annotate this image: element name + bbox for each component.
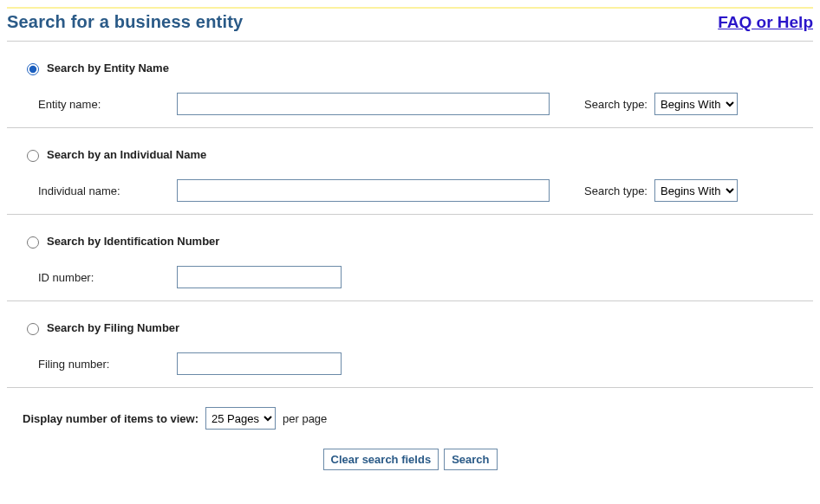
entity-name-label: Entity name: (38, 98, 177, 111)
divider-2 (7, 214, 813, 215)
radio-filing-number-text: Search by Filing Number (47, 321, 179, 334)
page: Search for a business entity FAQ or Help… (0, 0, 820, 482)
radio-id-number-label[interactable]: Search by Identification Number (23, 234, 813, 249)
filing-number-input[interactable] (177, 352, 342, 375)
individual-search-type-label: Search type: (584, 184, 648, 197)
individual-name-input[interactable] (177, 179, 550, 202)
section-filing-number: Search by Filing Number Filing number: (7, 320, 813, 387)
faq-help-link[interactable]: FAQ or Help (718, 13, 813, 32)
display-items-row: Display number of items to view: 25 Page… (7, 407, 813, 430)
radio-entity-name-text: Search by Entity Name (47, 61, 169, 74)
radio-filing-number[interactable] (27, 323, 39, 335)
section-id-number: Search by Identification Number ID numbe… (7, 234, 813, 300)
individual-search-type-select[interactable]: Begins With (654, 179, 738, 202)
radio-individual-name-text: Search by an Individual Name (47, 148, 206, 161)
entity-name-input[interactable] (177, 93, 550, 115)
clear-search-fields-button[interactable]: Clear search fields (323, 449, 439, 470)
divider-3 (7, 300, 813, 301)
section-entity-name: Search by Entity Name Entity name: Searc… (7, 61, 813, 127)
page-title: Search for a business entity (7, 12, 243, 32)
section-entity-body: Entity name: Search type: Begins With (23, 93, 813, 115)
individual-name-label: Individual name: (38, 184, 177, 197)
divider-1 (7, 127, 813, 128)
radio-individual-name[interactable] (27, 150, 39, 162)
filing-number-label: Filing number: (38, 358, 177, 371)
header: Search for a business entity FAQ or Help (7, 12, 813, 42)
section-individual-name: Search by an Individual Name Individual … (7, 147, 813, 214)
radio-id-number[interactable] (27, 236, 39, 249)
section-individual-body: Individual name: Search type: Begins Wit… (23, 179, 813, 202)
display-items-label: Display number of items to view: (23, 412, 198, 425)
display-items-suffix: per page (283, 412, 327, 425)
button-row: Clear search fields Search (7, 449, 813, 470)
entity-search-type-wrap: Search type: Begins With (584, 93, 738, 115)
radio-individual-name-label[interactable]: Search by an Individual Name (23, 147, 813, 162)
radio-entity-name[interactable] (27, 63, 39, 75)
display-items-select[interactable]: 25 Pages (205, 407, 276, 430)
radio-entity-name-label[interactable]: Search by Entity Name (23, 61, 813, 75)
id-number-label: ID number: (38, 271, 177, 284)
individual-search-type-wrap: Search type: Begins With (584, 179, 738, 202)
entity-search-type-label: Search type: (584, 98, 648, 111)
id-number-input[interactable] (177, 266, 342, 288)
divider-4 (7, 387, 813, 388)
search-button[interactable]: Search (444, 449, 497, 470)
top-stripe (7, 7, 813, 9)
section-filing-body: Filing number: (23, 352, 813, 375)
section-id-body: ID number: (23, 266, 813, 288)
entity-search-type-select[interactable]: Begins With (654, 93, 738, 115)
radio-filing-number-label[interactable]: Search by Filing Number (23, 320, 813, 335)
radio-id-number-text: Search by Identification Number (47, 235, 219, 248)
